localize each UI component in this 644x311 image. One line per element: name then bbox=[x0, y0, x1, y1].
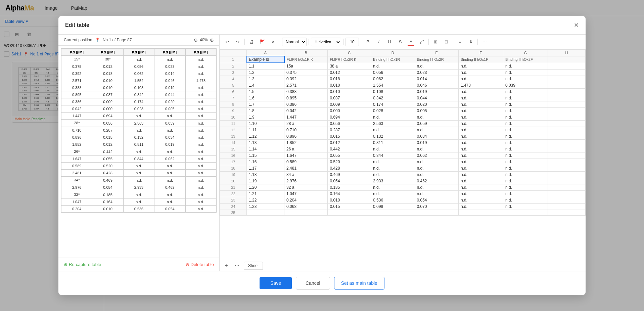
spreadsheet-cell[interactable]: 1.447 bbox=[284, 114, 328, 121]
spreadsheet-cell[interactable]: n.d. bbox=[458, 114, 503, 121]
spreadsheet-cell[interactable] bbox=[548, 63, 585, 70]
spreadsheet-cell[interactable]: 1.4 bbox=[247, 82, 284, 89]
spreadsheet-cell[interactable]: 1.6 bbox=[247, 95, 284, 101]
spreadsheet-cell[interactable]: 0.046 bbox=[415, 82, 458, 89]
spreadsheet-cell[interactable]: Binding II hOx1F bbox=[458, 56, 503, 63]
spreadsheet-cell[interactable]: FLIPR hOx2R K bbox=[328, 56, 371, 63]
spreadsheet-cell[interactable]: n.d. bbox=[503, 204, 548, 210]
font-size-input[interactable] bbox=[346, 38, 359, 46]
spreadsheet-cell[interactable]: 1.11 bbox=[247, 127, 284, 133]
spreadsheet-cell[interactable] bbox=[548, 165, 585, 172]
spreadsheet-cell[interactable]: n.d. bbox=[371, 114, 415, 121]
spreadsheet-cell[interactable] bbox=[548, 172, 585, 178]
spreadsheet-cell[interactable]: n.d. bbox=[503, 108, 548, 114]
spreadsheet-cell[interactable]: Binding I hOx1R bbox=[371, 56, 415, 63]
save-button[interactable]: Save bbox=[260, 277, 292, 289]
spreadsheet-cell[interactable]: 0.055 bbox=[328, 152, 371, 159]
recapture-btn[interactable]: ⊕ Re-capture table bbox=[64, 262, 101, 267]
spreadsheet-cell[interactable]: n.d. bbox=[458, 70, 503, 76]
spreadsheet-cell[interactable]: 1.14 bbox=[247, 146, 284, 152]
spreadsheet-cell[interactable]: n.d. bbox=[371, 172, 415, 178]
spreadsheet-cell[interactable]: 1.647 bbox=[284, 152, 328, 159]
bold-btn[interactable]: B bbox=[363, 38, 373, 46]
spreadsheet-cell[interactable]: 1.15 bbox=[247, 152, 284, 159]
spreadsheet-cell[interactable] bbox=[548, 197, 585, 204]
spreadsheet-cell[interactable]: n.d. bbox=[371, 127, 415, 133]
spreadsheet-cell[interactable]: 0.012 bbox=[328, 140, 371, 146]
undo-btn[interactable]: ↩ bbox=[222, 38, 232, 46]
more-btn[interactable]: ⋯ bbox=[480, 38, 489, 46]
spreadsheet-cell[interactable]: n.d. bbox=[371, 165, 415, 172]
spreadsheet-cell[interactable]: n.d. bbox=[415, 184, 458, 191]
spreadsheet-cell[interactable]: 15a bbox=[284, 63, 328, 70]
spreadsheet-cell[interactable]: 0.015 bbox=[328, 204, 371, 210]
highlight-btn[interactable]: 🖊 bbox=[417, 38, 426, 46]
spreadsheet-cell[interactable]: 0.023 bbox=[415, 70, 458, 76]
spreadsheet-cell[interactable] bbox=[548, 140, 585, 146]
spreadsheet-cell[interactable]: 0.070 bbox=[415, 204, 458, 210]
spreadsheet-cell[interactable]: 0.287 bbox=[328, 127, 371, 133]
strikethrough-btn[interactable]: S bbox=[396, 38, 405, 46]
clear-btn[interactable]: ✕ bbox=[268, 38, 278, 46]
spreadsheet-cell[interactable]: 1.12 bbox=[247, 133, 284, 140]
spreadsheet-cell[interactable]: n.d. bbox=[458, 146, 503, 152]
spreadsheet-cell[interactable]: 0.037 bbox=[328, 95, 371, 101]
spreadsheet-cell[interactable]: n.d. bbox=[503, 146, 548, 152]
spreadsheet-cell[interactable]: 0.375 bbox=[284, 70, 328, 76]
spreadsheet-cell[interactable]: 1.17 bbox=[247, 165, 284, 172]
spreadsheet-cell[interactable] bbox=[548, 204, 585, 210]
spreadsheet-cell[interactable]: 2.481 bbox=[284, 165, 328, 172]
spreadsheet-cell[interactable]: n.d. bbox=[415, 191, 458, 197]
spreadsheet-cell[interactable]: 1.1 bbox=[247, 63, 284, 70]
spreadsheet-cell[interactable]: n.d. bbox=[371, 146, 415, 152]
spreadsheet-cell[interactable]: n.d. bbox=[415, 63, 458, 70]
spreadsheet-cell[interactable]: 2.563 bbox=[371, 121, 415, 127]
spreadsheet-cell[interactable]: 0.895 bbox=[284, 95, 328, 101]
spreadsheet-area[interactable]: ABCDEFGH1Example IdFLIPR hOx1R KFLIPR hO… bbox=[220, 49, 586, 260]
underline-btn[interactable]: U bbox=[385, 38, 394, 46]
spreadsheet-cell[interactable]: 1.19 bbox=[247, 178, 284, 184]
close-icon[interactable]: ✕ bbox=[574, 21, 579, 29]
spreadsheet-cell[interactable]: 2.976 bbox=[284, 178, 328, 184]
spreadsheet-cell[interactable] bbox=[284, 210, 328, 216]
spreadsheet-cell[interactable]: 0.204 bbox=[284, 197, 328, 204]
spreadsheet-cell[interactable]: 1.7 bbox=[247, 101, 284, 108]
spreadsheet-cell[interactable]: n.d. bbox=[503, 127, 548, 133]
spreadsheet-cell[interactable]: 0.388 bbox=[284, 89, 328, 95]
delete-table-btn[interactable]: ⊖ Delete table bbox=[186, 262, 214, 267]
spreadsheet-cell[interactable]: 1.13 bbox=[247, 140, 284, 146]
spreadsheet-cell[interactable]: 0.536 bbox=[371, 197, 415, 204]
spreadsheet-cell[interactable]: n.d. bbox=[458, 159, 503, 165]
spreadsheet-cell[interactable]: n.d. bbox=[458, 197, 503, 204]
spreadsheet-cell[interactable]: 1.9 bbox=[247, 114, 284, 121]
spreadsheet-cell[interactable]: n.d. bbox=[458, 172, 503, 178]
spreadsheet-cell[interactable]: 0.589 bbox=[284, 159, 328, 165]
spreadsheet-cell[interactable]: n.d. bbox=[503, 114, 548, 121]
spreadsheet-cell[interactable] bbox=[548, 146, 585, 152]
spreadsheet-cell[interactable]: 0.520 bbox=[328, 159, 371, 165]
print-btn[interactable]: 🖨 bbox=[247, 38, 256, 46]
spreadsheet-cell[interactable]: n.d. bbox=[458, 127, 503, 133]
spreadsheet-cell[interactable]: 0.012 bbox=[328, 70, 371, 76]
spreadsheet-cell[interactable]: 38 a bbox=[328, 63, 371, 70]
spreadsheet-cell[interactable]: 0.044 bbox=[415, 95, 458, 101]
spreadsheet-cell[interactable]: 1.3 bbox=[247, 76, 284, 82]
spreadsheet-cell[interactable]: 0.896 bbox=[284, 133, 328, 140]
spreadsheet-cell[interactable]: 0.811 bbox=[371, 140, 415, 146]
spreadsheet-cell[interactable]: n.d. bbox=[503, 172, 548, 178]
spreadsheet-cell[interactable]: 0.694 bbox=[328, 114, 371, 121]
zoom-out-btn[interactable]: ⊖ bbox=[194, 37, 198, 43]
spreadsheet-cell[interactable]: 0.056 bbox=[328, 121, 371, 127]
format-btn[interactable]: 🚩 bbox=[258, 38, 267, 46]
font-family-select[interactable]: Helvetica bbox=[311, 38, 341, 46]
spreadsheet-cell[interactable]: Binding I hOx2R bbox=[415, 56, 458, 63]
spreadsheet-cell[interactable]: n.d. bbox=[458, 152, 503, 159]
spreadsheet-cell[interactable]: 1.22 bbox=[247, 197, 284, 204]
border-btn[interactable]: ⊞ bbox=[431, 38, 440, 46]
spreadsheet-cell[interactable]: n.d. bbox=[415, 172, 458, 178]
spreadsheet-cell[interactable]: 0.014 bbox=[415, 76, 458, 82]
spreadsheet-cell[interactable]: Example Id bbox=[247, 56, 284, 63]
spreadsheet-cell[interactable]: n.d. bbox=[458, 121, 503, 127]
spreadsheet-cell[interactable]: 0.185 bbox=[328, 184, 371, 191]
merge-btn[interactable]: ⊟ bbox=[442, 38, 451, 46]
